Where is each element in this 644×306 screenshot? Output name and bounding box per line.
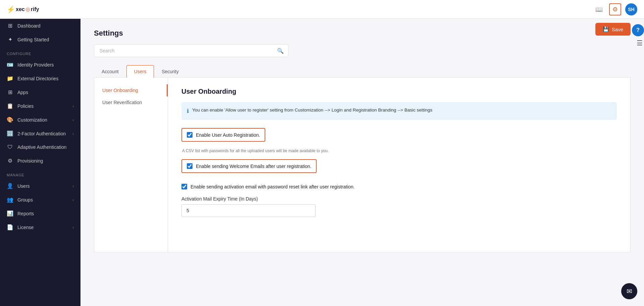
license-icon: 📄 (7, 224, 13, 230)
settings-panel: User Onboarding ℹ You can enable 'Allow … (168, 78, 630, 252)
dashboard-icon: ⊞ (7, 23, 13, 29)
policies-chevron-icon: › (72, 104, 74, 108)
adaptive-auth-icon: 🛡 (7, 144, 13, 150)
logo-shield-icon: ⚡ (7, 5, 15, 13)
tabs: Account Users Security (94, 65, 631, 78)
sidebar-item-adaptive-auth[interactable]: 🛡 Adaptive Authentication (0, 140, 80, 154)
configure-section-label: Configure (0, 46, 80, 58)
auto-registration-hint: A CSV list with passwords for all the up… (181, 148, 617, 153)
logo: ⚡ xec ◎ rify (7, 5, 39, 13)
sidebar-label-policies: Policies (17, 103, 68, 109)
sidebar-label-external-directories: External Directories (17, 76, 74, 81)
search-icon: 🔍 (277, 48, 284, 54)
2fa-chevron-icon: › (72, 132, 74, 136)
welcome-emails-row: Enable sending Welcome Emails after user… (181, 159, 317, 173)
sidebar: ⊞ Dashboard ✦ Getting Started Configure … (0, 19, 80, 306)
expiry-field-group: Activation Mail Expiry Time (In Days) (181, 196, 617, 217)
save-label: Save (612, 27, 623, 32)
settings-nav-user-reverification[interactable]: User Reverification (94, 96, 168, 108)
sidebar-item-apps[interactable]: ⊞ Apps (0, 85, 80, 99)
welcome-emails-checkbox[interactable] (187, 163, 193, 169)
sidebar-label-users: Users (17, 183, 68, 189)
manage-section-label: Manage (0, 168, 80, 179)
settings-nav: User Onboarding User Reverification (94, 78, 168, 252)
sidebar-item-license[interactable]: 📄 License › (0, 220, 80, 234)
tab-users[interactable]: Users (126, 65, 154, 78)
book-icon-button[interactable]: 📖 (593, 3, 605, 15)
auto-registration-label: Enable User Auto Registration. (196, 132, 260, 138)
save-icon: 💾 (603, 26, 609, 32)
getting-started-icon: ✦ (7, 36, 13, 43)
sidebar-item-groups[interactable]: 👥 Groups › (0, 193, 80, 207)
settings-nav-user-onboarding[interactable]: User Onboarding (94, 84, 168, 96)
sidebar-item-provisioning[interactable]: ⚙ Provisioning (0, 154, 80, 168)
sidebar-label-apps: Apps (17, 90, 74, 95)
identity-providers-icon: 🪪 (7, 61, 13, 68)
sidebar-item-dashboard[interactable]: ⊞ Dashboard (0, 19, 80, 33)
sidebar-label-getting-started: Getting Started (17, 37, 74, 42)
expiry-field-label: Activation Mail Expiry Time (In Days) (181, 196, 617, 202)
users-chevron-icon: › (72, 184, 74, 188)
sidebar-label-customization: Customization (17, 117, 68, 123)
sidebar-item-2fa[interactable]: 🔢 2-Factor Authentication › (0, 127, 80, 140)
tab-security[interactable]: Security (154, 65, 186, 78)
info-icon: ℹ (187, 107, 189, 115)
panel-title: User Onboarding (181, 88, 617, 95)
sidebar-item-reports[interactable]: 📊 Reports (0, 207, 80, 220)
logo-text-rify: rify (31, 6, 39, 12)
logo-text-xec: xec (16, 6, 25, 12)
sidebar-label-dashboard: Dashboard (17, 23, 74, 29)
logo-arrow-icon: ◎ (25, 6, 30, 12)
external-directories-icon: 📁 (7, 75, 13, 82)
groups-chevron-icon: › (72, 198, 74, 202)
search-input[interactable] (94, 44, 288, 57)
activation-email-label: Enable sending activation email with pas… (191, 184, 355, 189)
license-chevron-icon: › (72, 225, 74, 229)
expiry-field-input[interactable] (181, 204, 316, 217)
reports-icon: 📊 (7, 210, 13, 217)
users-icon: 👤 (7, 183, 13, 189)
tab-account[interactable]: Account (94, 65, 126, 78)
customization-icon: 🎨 (7, 117, 13, 123)
app-body: ⊞ Dashboard ✦ Getting Started Configure … (0, 19, 644, 306)
sidebar-item-customization[interactable]: 🎨 Customization › (0, 113, 80, 127)
welcome-emails-label: Enable sending Welcome Emails after user… (196, 164, 311, 169)
save-button[interactable]: 💾 Save (595, 23, 631, 36)
sidebar-item-identity-providers[interactable]: 🪪 Identity Providers (0, 58, 80, 72)
activation-email-checkbox[interactable] (181, 184, 187, 189)
main-content: Settings 🔍 Account Users Security User O… (80, 19, 644, 306)
apps-icon: ⊞ (7, 89, 13, 95)
info-box: ℹ You can enable 'Allow user to register… (181, 102, 617, 120)
help-button[interactable]: ? (632, 24, 644, 36)
sidebar-item-getting-started[interactable]: ✦ Getting Started (0, 33, 80, 46)
sidebar-label-provisioning: Provisioning (17, 158, 74, 164)
2fa-icon: 🔢 (7, 130, 13, 137)
search-bar: 🔍 (94, 44, 288, 57)
sidebar-label-2fa: 2-Factor Authentication (17, 131, 68, 136)
hamburger-menu[interactable]: ☰ (637, 39, 643, 47)
sidebar-label-identity-providers: Identity Providers (17, 62, 74, 68)
sidebar-label-groups: Groups (17, 197, 68, 203)
sidebar-label-license: License (17, 225, 68, 230)
chat-button[interactable]: ✉ (621, 283, 637, 299)
customization-chevron-icon: › (72, 118, 74, 122)
sidebar-item-users[interactable]: 👤 Users › (0, 179, 80, 193)
sidebar-item-external-directories[interactable]: 📁 External Directories (0, 72, 80, 85)
sidebar-label-reports: Reports (17, 211, 74, 216)
groups-icon: 👥 (7, 196, 13, 203)
auto-registration-row: Enable User Auto Registration. (181, 128, 265, 142)
gear-icon-button[interactable]: ⚙ (609, 3, 621, 15)
header: ⚡ xec ◎ rify 📖 ⚙ SH (0, 0, 644, 19)
activation-email-row: Enable sending activation email with pas… (181, 184, 617, 189)
info-text: You can enable 'Allow user to register' … (192, 107, 432, 115)
provisioning-icon: ⚙ (7, 158, 13, 164)
sidebar-item-policies[interactable]: 📋 Policies › (0, 99, 80, 113)
policies-icon: 📋 (7, 103, 13, 109)
page-title: Settings (94, 29, 631, 38)
auto-registration-checkbox[interactable] (187, 132, 193, 138)
settings-body: User Onboarding User Reverification User… (94, 78, 631, 252)
header-actions: 📖 ⚙ SH (593, 3, 637, 15)
avatar[interactable]: SH (625, 3, 637, 15)
sidebar-label-adaptive-auth: Adaptive Authentication (17, 144, 74, 150)
